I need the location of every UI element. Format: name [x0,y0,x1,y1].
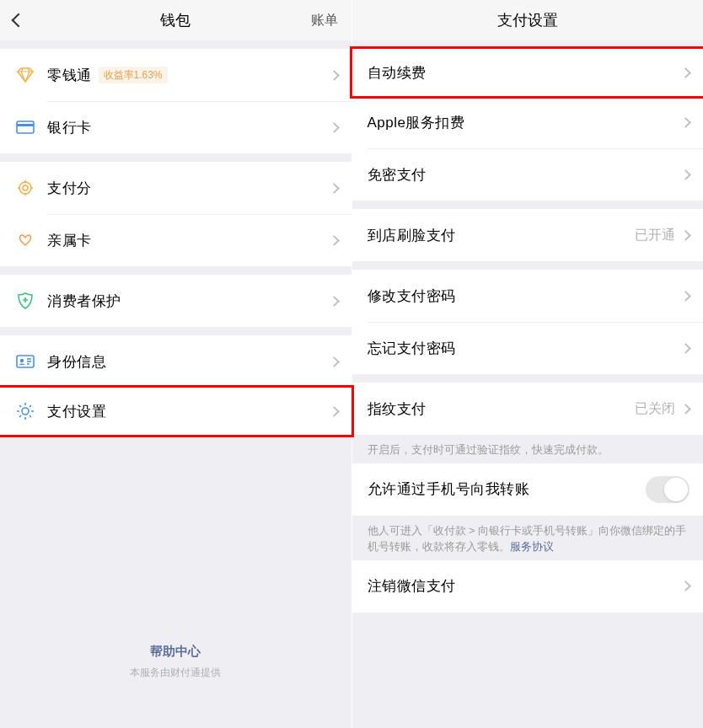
fingerprint-note: 开启后，支付时可通过验证指纹，快速完成付款。 [352,435,704,463]
row-fingerprint-pay[interactable]: 指纹支付 已关闭 [352,383,704,435]
bills-button[interactable]: 账单 [311,13,338,27]
row-label: 亲属卡 [47,233,92,248]
svg-rect-0 [17,121,34,133]
nav-bar: 钱包 账单 [0,0,352,40]
row-forgot-password[interactable]: 忘记支付密码 [352,322,704,374]
row-label: 消费者保护 [47,294,121,308]
chevron-right-icon [680,117,691,128]
chevron-right-icon [680,169,691,180]
nav-title: 钱包 [0,13,352,28]
svg-rect-1 [17,124,34,126]
row-label: 自动续费 [368,66,427,80]
row-consumer-protection[interactable]: 消费者保护 [0,275,352,327]
row-auto-renew[interactable]: 自动续费 [350,46,704,99]
row-label: 到店刷脸支付 [368,228,456,243]
row-label: 注销微信支付 [368,579,456,593]
card-icon [15,117,35,137]
chevron-right-icon [680,343,691,354]
row-label: 银行卡 [47,120,92,135]
shield-icon [15,291,35,311]
row-deregister[interactable]: 注销微信支付 [352,560,704,613]
gear-icon [15,401,35,421]
chevron-right-icon [329,296,340,307]
row-apple-services[interactable]: Apple服务扣费 [352,96,704,148]
row-bank-card[interactable]: 银行卡 [0,101,352,153]
row-label: 指纹支付 [368,402,427,416]
chevron-right-icon [329,70,340,81]
yield-tag: 收益率1.63% [99,67,168,83]
row-label: 身份信息 [47,355,106,369]
row-balance-plus[interactable]: 零钱通 收益率1.63% [0,49,352,101]
toggle-switch[interactable] [646,476,690,503]
row-phone-transfer[interactable]: 允许通过手机号向我转账 [352,463,704,516]
chevron-right-icon [680,67,691,78]
hearts-icon [15,230,35,250]
svg-point-5 [20,359,24,362]
row-label: 零钱通 [47,68,92,83]
diamond-icon [15,65,35,85]
row-label: 支付分 [47,181,92,195]
chevron-right-icon [680,581,691,592]
row-password-free[interactable]: 免密支付 [352,148,704,201]
svg-point-3 [23,185,28,190]
row-pay-score[interactable]: 支付分 [0,162,352,214]
row-label: Apple服务扣费 [368,115,465,130]
status-value: 已开通 [635,228,675,242]
payment-settings-panel: 支付设置 自动续费 Apple服务扣费 免密支付 到店刷脸支付 已开通 修改支付… [352,0,704,728]
svg-point-6 [22,408,29,415]
status-value: 已关闭 [635,402,675,415]
id-icon [15,351,35,372]
row-family-card[interactable]: 亲属卡 [0,214,352,266]
chevron-right-icon [329,122,340,133]
provider-text: 本服务由财付通提供 [0,667,352,677]
row-identity[interactable]: 身份信息 [0,335,352,388]
chevron-right-icon [329,183,340,194]
chevron-right-icon [680,291,691,302]
row-label: 修改支付密码 [368,289,456,303]
row-payment-settings[interactable]: 支付设置 [0,385,354,437]
row-label: 支付设置 [47,404,106,419]
cog-circle-icon [15,178,35,198]
chevron-right-icon [329,235,340,246]
row-face-pay[interactable]: 到店刷脸支付 已开通 [352,209,704,261]
row-label: 忘记支付密码 [368,341,456,356]
row-label: 允许通过手机号向我转账 [368,482,530,496]
row-change-password[interactable]: 修改支付密码 [352,270,704,322]
wallet-panel: 钱包 账单 零钱通 收益率1.63% 银行卡 支付分 [0,0,352,728]
phone-transfer-note: 他人可进入「收付款 > 向银行卡或手机号转账」向你微信绑定的手机号转账，收款将存… [352,516,704,560]
help-center-link[interactable]: 帮助中心 [0,645,352,657]
chevron-right-icon [329,406,340,417]
chevron-right-icon [680,230,691,241]
footer: 帮助中心 本服务由财付通提供 [0,645,352,728]
nav-title: 支付设置 [352,13,704,28]
nav-bar: 支付设置 [352,0,704,40]
service-agreement-link[interactable]: 服务协议 [510,540,554,553]
chevron-right-icon [329,356,340,367]
chevron-right-icon [680,404,691,415]
svg-point-2 [19,182,31,194]
back-icon[interactable] [12,13,26,28]
row-label: 免密支付 [368,168,427,182]
